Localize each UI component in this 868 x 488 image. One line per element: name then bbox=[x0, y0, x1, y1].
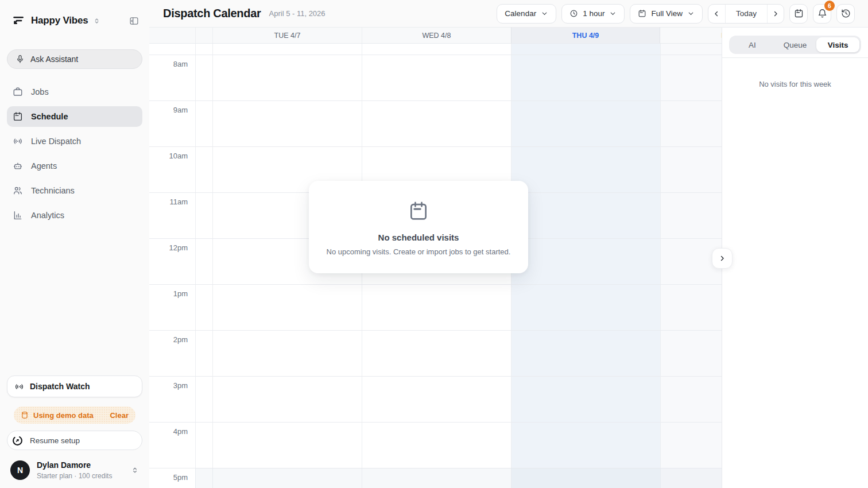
time-label: 12pm bbox=[149, 243, 188, 252]
workspace-name[interactable]: Happy Vibes bbox=[31, 15, 88, 26]
microphone-icon bbox=[16, 55, 25, 64]
sidebar-item-technicians[interactable]: Technicians bbox=[7, 180, 142, 201]
time-gutter-header bbox=[149, 28, 195, 43]
day-header-fri-label: FRI 4/10 bbox=[660, 32, 722, 40]
interval-dropdown[interactable]: 1 hour bbox=[561, 4, 625, 24]
user-info: Dylan Damore Starter plan · 100 credits bbox=[37, 460, 112, 480]
hour-row: 5pm bbox=[149, 468, 722, 488]
date-range: April 5 - 11, 2026 bbox=[269, 9, 326, 18]
user-name: Dylan Damore bbox=[37, 460, 112, 471]
brand-row: Happy Vibes bbox=[0, 0, 149, 28]
day-header-fri: FRI 4/10 bbox=[660, 28, 722, 43]
history-button[interactable] bbox=[836, 4, 855, 24]
hour-row: 4pm bbox=[149, 422, 722, 468]
empty-state-title: No scheduled visits bbox=[378, 233, 459, 242]
hour-row: 2pm bbox=[149, 330, 722, 376]
date-picker-button[interactable] bbox=[789, 4, 808, 24]
tab-visits[interactable]: Visits bbox=[816, 37, 859, 52]
database-icon bbox=[21, 411, 29, 419]
user-menu[interactable]: N Dylan Damore Starter plan · 100 credit… bbox=[7, 460, 142, 480]
sidebar-item-analytics[interactable]: Analytics bbox=[7, 205, 142, 226]
time-label: 11am bbox=[149, 197, 188, 206]
robot-icon bbox=[13, 161, 24, 171]
sidebar-nav: Jobs Schedule Live Dispatch bbox=[0, 82, 149, 226]
app-header: Dispatch Calendar April 5 - 11, 2026 Cal… bbox=[149, 0, 868, 28]
progress-ring-icon bbox=[11, 435, 24, 447]
time-label: 5pm bbox=[149, 473, 188, 482]
day-header-tue: TUE 4/7 bbox=[212, 28, 362, 43]
empty-state-subtitle: No upcoming visits. Create or import job… bbox=[327, 247, 511, 256]
workspace-switcher-icon[interactable] bbox=[93, 17, 100, 25]
week-navigation: Today bbox=[708, 4, 784, 24]
sidebar-item-jobs[interactable]: Jobs bbox=[7, 82, 142, 102]
right-panel: AI Queue Visits No visits for this week bbox=[722, 28, 868, 488]
notifications-button[interactable]: 6 bbox=[813, 4, 831, 24]
time-label: 4pm bbox=[149, 427, 188, 436]
header-controls: Calendar 1 hour bbox=[497, 4, 855, 24]
time-label: 1pm bbox=[149, 289, 188, 298]
hour-row: 1pm bbox=[149, 284, 722, 330]
hour-row: 3pm bbox=[149, 376, 722, 422]
sidebar-collapse-icon[interactable] bbox=[129, 16, 139, 26]
day-header-row: TUE 4/7 WED 4/8 THU 4/9 FRI 4/10 bbox=[149, 28, 722, 44]
broadcast-icon bbox=[14, 382, 24, 392]
sidebar-item-label: Analytics bbox=[31, 211, 64, 220]
hour-row-partial bbox=[149, 44, 722, 55]
user-plan-credits: Starter plan · 100 credits bbox=[37, 472, 112, 480]
calendar-icon bbox=[408, 200, 429, 222]
sidebar-item-schedule[interactable]: Schedule bbox=[7, 106, 142, 127]
chevron-down-icon bbox=[541, 10, 548, 17]
sidebar: Happy Vibes Ask Assistant Job bbox=[0, 0, 149, 488]
resume-setup-label: Resume setup bbox=[30, 436, 80, 445]
today-button[interactable]: Today bbox=[725, 5, 767, 23]
sidebar-item-agents[interactable]: Agents bbox=[7, 156, 142, 176]
chevron-up-down-icon bbox=[131, 466, 139, 474]
time-label: 8am bbox=[149, 60, 188, 68]
view-mode-dropdown[interactable]: Full View bbox=[630, 4, 703, 24]
avatar: N bbox=[10, 460, 30, 480]
sidebar-item-live-dispatch[interactable]: Live Dispatch bbox=[7, 131, 142, 152]
time-label: 2pm bbox=[149, 335, 188, 344]
panel-collapse-button[interactable] bbox=[712, 248, 733, 269]
ask-assistant-button[interactable]: Ask Assistant bbox=[7, 49, 142, 69]
sidebar-item-label: Jobs bbox=[31, 87, 49, 96]
app-logo-icon bbox=[11, 14, 25, 28]
demo-data-label: Using demo data bbox=[33, 411, 94, 420]
tab-queue[interactable]: Queue bbox=[774, 37, 817, 52]
previous-week-button[interactable] bbox=[708, 5, 725, 23]
view-mode-label: Full View bbox=[651, 9, 683, 18]
main-area: Dispatch Calendar April 5 - 11, 2026 Cal… bbox=[149, 0, 868, 488]
time-label: 3pm bbox=[149, 381, 188, 390]
page-title: Dispatch Calendar bbox=[163, 7, 261, 20]
resume-setup-button[interactable]: Resume setup bbox=[7, 431, 142, 450]
history-icon bbox=[841, 9, 851, 18]
clear-demo-button[interactable]: Clear bbox=[110, 411, 129, 420]
interval-label: 1 hour bbox=[583, 9, 604, 18]
time-label: 10am bbox=[149, 152, 188, 160]
ask-assistant-label: Ask Assistant bbox=[30, 55, 78, 64]
sidebar-item-label: Live Dispatch bbox=[31, 137, 81, 146]
visits-empty-message: No visits for this week bbox=[722, 80, 868, 88]
bar-chart-icon bbox=[13, 210, 24, 220]
calendar: TUE 4/7 WED 4/8 THU 4/9 FRI 4/10 bbox=[149, 28, 722, 488]
panel-tabs-container: AI Queue Visits bbox=[722, 28, 868, 58]
sidebar-item-label: Technicians bbox=[31, 186, 75, 195]
calendar-view-dropdown[interactable]: Calendar bbox=[497, 4, 556, 24]
calendar-icon bbox=[13, 111, 24, 122]
demo-data-banner: Using demo data Clear bbox=[14, 406, 135, 424]
sidebar-bottom: Dispatch Watch Using demo data Clear Res… bbox=[0, 375, 149, 488]
next-week-button[interactable] bbox=[767, 5, 784, 23]
tab-ai[interactable]: AI bbox=[731, 37, 774, 52]
people-icon bbox=[13, 185, 24, 196]
calendar-icon bbox=[638, 9, 646, 18]
calendar-view-label: Calendar bbox=[505, 9, 536, 18]
time-label: 9am bbox=[149, 106, 188, 114]
chevron-down-icon bbox=[609, 10, 617, 17]
briefcase-icon bbox=[13, 87, 24, 97]
day-header-mon-partial bbox=[195, 28, 212, 43]
day-header-thu-today: THU 4/9 bbox=[511, 28, 660, 43]
chevron-down-icon bbox=[687, 10, 695, 17]
notification-badge: 6 bbox=[824, 1, 835, 11]
hour-row: 9am bbox=[149, 100, 722, 146]
dispatch-watch-button[interactable]: Dispatch Watch bbox=[7, 375, 142, 397]
